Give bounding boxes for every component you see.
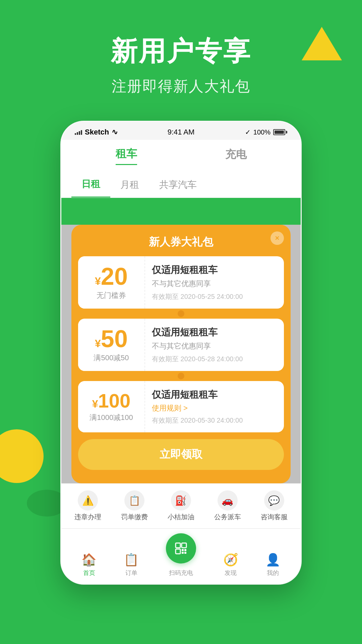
coupon-card-2: ¥50 满500减50 仅适用短租租车 不与其它优惠同享 有效期至 2020-0… (78, 319, 284, 371)
quick-actions: ⚠️ 违章办理 📋 罚单缴费 ⛽ 小桔加油 🚗 公务派车 💬 咨询客服 (61, 483, 301, 528)
quick-label-1: 违章办理 (74, 513, 101, 522)
coupon-card-3: ¥100 满1000减100 仅适用短租租车 使用规则 > 有效期至 2020-… (78, 381, 284, 432)
tab-shared[interactable]: 共享汽车 (149, 172, 207, 197)
svg-rect-4 (184, 549, 186, 551)
coupon-list: ¥20 无门槛券 仅适用短租租车 不与其它优惠同享 有效期至 2020-05-2… (71, 256, 291, 432)
modal-overlay: × 新人券大礼包 ¥20 无门槛券 仅适用短租租车 不与其它优惠同享 (61, 225, 301, 483)
coupon-title-2: 仅适用短租租车 (152, 326, 277, 339)
status-right: ✓ 100% (245, 128, 287, 136)
bluetooth-icon: ✓ (245, 128, 251, 136)
coupon-left-1: ¥20 无门槛券 (78, 256, 145, 309)
tab-scan[interactable]: 扫码充电 (166, 533, 196, 577)
quick-item-4[interactable]: 🚗 公务派车 (214, 490, 241, 522)
connector-dot-1 (178, 310, 184, 317)
coupon-label-2: 满500减50 (94, 353, 129, 363)
quick-label-4: 公务派车 (214, 513, 241, 522)
tab-discover-label: 发现 (225, 569, 237, 577)
coupon-expiry-1: 有效期至 2020-05-25 24:00:00 (152, 292, 277, 301)
quick-item-5[interactable]: 💬 咨询客服 (261, 490, 288, 522)
svg-rect-1 (182, 543, 186, 548)
header-title: 新用户专享 (0, 34, 362, 70)
coupon-label-1: 无门槛券 (97, 290, 126, 301)
tab-monthly[interactable]: 月租 (110, 172, 149, 197)
app-nav: 租车 充电 (61, 140, 301, 172)
tab-daily[interactable]: 日租 (71, 172, 110, 198)
quick-icon-3: ⛽ (171, 490, 191, 511)
quick-icon-1: ⚠️ (78, 490, 98, 511)
coupon-left-3: ¥100 满1000减100 (78, 381, 145, 432)
coupon-connector-2 (78, 371, 284, 381)
tab-orders[interactable]: 📋 订单 (124, 553, 139, 577)
modal-title: 新人券大礼包 (71, 225, 291, 256)
tab-row: 日租 月租 共享汽车 (61, 172, 301, 198)
claim-button[interactable]: 立即领取 (78, 439, 284, 470)
status-bar: Sketch ∿ 9:41 AM ✓ 100% (61, 122, 301, 140)
coupon-card-1: ¥20 无门槛券 仅适用短租租车 不与其它优惠同享 有效期至 2020-05-2… (78, 256, 284, 309)
discover-icon: 🧭 (223, 553, 238, 567)
svg-rect-2 (176, 549, 180, 554)
mine-icon: 👤 (265, 553, 281, 567)
coupon-right-3: 仅适用短租租车 使用规则 > 有效期至 2020-05-30 24:00:00 (145, 381, 284, 432)
coupon-title-3: 仅适用短租租车 (152, 388, 277, 401)
nav-rent[interactable]: 租车 (116, 147, 137, 165)
svg-rect-5 (182, 552, 184, 554)
coupon-amount-2: ¥50 (95, 327, 128, 351)
phone-mockup: Sketch ∿ 9:41 AM ✓ 100% 租车 充电 日租 月租 共享汽车… (60, 121, 302, 585)
tab-home[interactable]: 🏠 首页 (81, 553, 97, 577)
scan-icon[interactable] (166, 533, 196, 564)
coupon-amount-1: ¥20 (95, 264, 128, 288)
status-time: 9:41 AM (168, 128, 195, 137)
close-button[interactable]: × (270, 231, 284, 245)
orders-icon: 📋 (124, 553, 139, 567)
quick-label-3: 小桔加油 (168, 513, 194, 522)
coupon-expiry-3: 有效期至 2020-05-30 24:00:00 (152, 416, 277, 425)
tab-mine[interactable]: 👤 我的 (265, 553, 281, 577)
quick-item-3[interactable]: ⛽ 小桔加油 (168, 490, 194, 522)
quick-label-5: 咨询客服 (261, 513, 288, 522)
quick-item-1[interactable]: ⚠️ 违章办理 (74, 490, 101, 522)
carrier-label: Sketch (85, 128, 109, 137)
svg-rect-0 (176, 543, 180, 548)
tab-home-label: 首页 (83, 569, 95, 577)
coupon-right-2: 仅适用短租租车 不与其它优惠同享 有效期至 2020-05-28 24:00:0… (145, 319, 284, 371)
coupon-modal: × 新人券大礼包 ¥20 无门槛券 仅适用短租租车 不与其它优惠同享 (71, 225, 291, 483)
svg-rect-6 (184, 552, 186, 554)
quick-icon-2: 📋 (124, 490, 144, 511)
coupon-left-2: ¥50 满500减50 (78, 319, 145, 371)
coupon-amount-3: ¥100 (92, 391, 131, 411)
header-subtitle: 注册即得新人大礼包 (0, 76, 362, 96)
tab-orders-label: 订单 (125, 569, 137, 577)
phone-green-bg (61, 198, 301, 225)
battery-percent: 100% (253, 128, 270, 136)
tab-mine-label: 我的 (267, 569, 279, 577)
quick-label-2: 罚单缴费 (121, 513, 148, 522)
quick-icon-4: 🚗 (218, 490, 238, 511)
coupon-desc-2: 不与其它优惠同享 (152, 341, 277, 351)
svg-rect-3 (182, 549, 184, 551)
quick-icon-5: 💬 (264, 490, 284, 511)
battery-icon (273, 129, 287, 135)
bottom-tab-bar: 🏠 首页 📋 订单 扫码充电 🧭 发现 (61, 528, 301, 584)
coupon-rule-3[interactable]: 使用规则 > (152, 403, 277, 413)
tab-scan-label: 扫码充电 (169, 569, 193, 577)
coupon-title-1: 仅适用短租租车 (152, 264, 277, 276)
coupon-desc-1: 不与其它优惠同享 (152, 279, 277, 289)
quick-item-2[interactable]: 📋 罚单缴费 (121, 490, 148, 522)
signal-icon (75, 129, 82, 135)
status-carrier: Sketch ∿ (75, 128, 118, 137)
connector-dot-2 (178, 373, 184, 379)
nav-charge[interactable]: 充电 (225, 147, 247, 165)
header-area: 新用户专享 注册即得新人大礼包 (0, 34, 362, 96)
coupon-right-1: 仅适用短租租车 不与其它优惠同享 有效期至 2020-05-25 24:00:0… (145, 256, 284, 309)
coupon-label-3: 满1000减100 (89, 413, 133, 423)
tab-discover[interactable]: 🧭 发现 (223, 553, 238, 577)
wifi-icon: ∿ (112, 128, 118, 137)
coupon-expiry-2: 有效期至 2020-05-28 24:00:00 (152, 355, 277, 364)
home-icon: 🏠 (81, 553, 97, 567)
coupon-connector-1 (78, 309, 284, 319)
